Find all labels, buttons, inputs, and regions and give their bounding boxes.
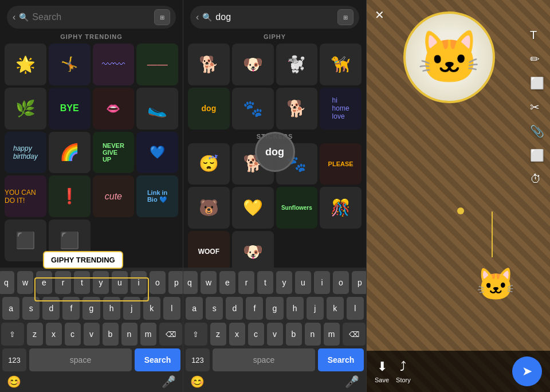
cat-sticker-large[interactable]: 🐱 xyxy=(403,11,495,103)
sticker-cell-dog6[interactable]: 🐾 xyxy=(232,88,274,130)
key-delete[interactable]: ⌫ xyxy=(159,323,182,346)
mid-giphy-button[interactable]: ⊞ xyxy=(337,9,353,25)
sticker-cell[interactable]: Link inBio 💙 xyxy=(136,175,178,217)
scissors-icon[interactable]: ✂ xyxy=(530,100,544,114)
key-x[interactable]: x xyxy=(46,323,62,346)
key-a[interactable]: a xyxy=(2,297,19,320)
key-w[interactable]: w xyxy=(17,271,33,294)
key-n[interactable]: n xyxy=(121,323,138,346)
left-giphy-button[interactable]: ⊞ xyxy=(154,9,170,25)
key-shift[interactable]: ⇧ xyxy=(1,323,24,346)
key-c[interactable]: c xyxy=(65,323,81,346)
key-f[interactable]: f xyxy=(246,297,263,320)
key-t[interactable]: t xyxy=(257,271,273,294)
sticker-cell[interactable]: 🤸 xyxy=(49,44,91,85)
key-q[interactable]: q xyxy=(0,271,14,294)
sticker-cell-dog5[interactable]: dog xyxy=(188,88,230,130)
key-z[interactable]: z xyxy=(27,323,43,346)
mid-back-arrow[interactable]: ‹ xyxy=(196,12,199,22)
sticker-tool-icon[interactable]: ⬜ xyxy=(530,76,544,90)
key-q[interactable]: q xyxy=(183,271,198,294)
mid-search-bar[interactable]: ‹ 🔍 ⊞ xyxy=(190,6,359,29)
key-c[interactable]: c xyxy=(248,323,264,346)
link-icon[interactable]: 📎 xyxy=(530,124,544,138)
sticker-cell-dog8[interactable]: hihomelove xyxy=(320,88,362,130)
left-search-input[interactable] xyxy=(32,12,151,22)
sticker-cell[interactable]: YOU CAN DO IT! xyxy=(5,175,46,217)
sticker-cell-s7[interactable]: Sunflowers xyxy=(276,187,318,229)
key-v[interactable]: v xyxy=(267,323,283,346)
sticker-cell[interactable]: cute xyxy=(93,175,135,217)
key-shift[interactable]: ⇧ xyxy=(184,323,207,346)
key-search-button[interactable]: Search xyxy=(318,348,364,371)
sticker-cell[interactable]: 🌿 xyxy=(5,88,46,130)
sticker-cell[interactable]: 💙 xyxy=(136,132,178,174)
sticker-cell-dog1[interactable]: 🐕 xyxy=(188,44,230,85)
key-w[interactable]: w xyxy=(201,271,217,294)
cat-sticker-small[interactable]: 🐱 xyxy=(476,266,516,303)
send-button[interactable]: ➤ xyxy=(512,356,542,386)
key-z[interactable]: z xyxy=(210,323,226,346)
crop-icon[interactable]: ⬜ xyxy=(530,148,544,162)
draw-tool-icon[interactable]: ✏ xyxy=(530,52,544,66)
sticker-cell-dog4[interactable]: 🦮 xyxy=(320,44,362,85)
sticker-cell-dog3[interactable]: 🐩 xyxy=(276,44,318,85)
key-d[interactable]: d xyxy=(226,297,243,320)
emoji-icon[interactable]: 😊 xyxy=(7,375,21,389)
key-p[interactable]: p xyxy=(168,271,183,294)
key-b[interactable]: b xyxy=(286,323,302,346)
key-p[interactable]: p xyxy=(352,271,367,294)
sticker-cell-s10[interactable]: 🐶 xyxy=(232,231,274,273)
key-m[interactable]: m xyxy=(324,323,340,346)
sticker-cell[interactable]: ⬛ xyxy=(5,219,46,261)
sticker-cell[interactable]: 〰〰 xyxy=(93,44,135,85)
mid-search-input[interactable] xyxy=(215,12,334,22)
key-s[interactable]: s xyxy=(206,297,223,320)
sticker-cell[interactable]: —— xyxy=(136,44,178,85)
text-tool-icon[interactable]: T xyxy=(530,29,544,42)
key-h[interactable]: h xyxy=(286,297,304,320)
mic-icon[interactable]: 🎤 xyxy=(162,375,176,389)
key-l[interactable]: l xyxy=(347,297,364,320)
key-r[interactable]: r xyxy=(238,271,254,294)
sticker-cell-s5[interactable]: 🐻 xyxy=(188,187,230,229)
key-e[interactable]: e xyxy=(219,271,235,294)
key-space[interactable]: space xyxy=(29,348,132,371)
key-o[interactable]: o xyxy=(333,271,349,294)
key-y[interactable]: y xyxy=(276,271,292,294)
left-search-bar[interactable]: ‹ 🔍 ⊞ xyxy=(7,6,176,29)
key-n[interactable]: n xyxy=(305,323,321,346)
sticker-cell[interactable]: happybirthday xyxy=(5,132,46,174)
sticker-cell[interactable]: 🥿 xyxy=(136,88,178,130)
key-search-button[interactable]: Search xyxy=(135,348,180,371)
story-action[interactable]: ⤴ Story xyxy=(396,359,411,383)
sticker-cell-s8[interactable]: 🎊 xyxy=(320,187,362,229)
key-l[interactable]: l xyxy=(163,297,180,320)
sticker-cell-s4[interactable]: PLEASE xyxy=(320,143,362,185)
sticker-cell-s9[interactable]: WOOF xyxy=(188,231,230,273)
key-g[interactable]: g xyxy=(266,297,283,320)
sticker-cell-s1[interactable]: 😴 xyxy=(188,143,230,185)
key-k[interactable]: k xyxy=(327,297,344,320)
key-m[interactable]: m xyxy=(140,323,156,346)
timer-icon[interactable]: ⏱ xyxy=(530,173,544,186)
key-v[interactable]: v xyxy=(84,323,100,346)
sticker-cell-dog2[interactable]: 🐶 xyxy=(232,44,274,85)
key-b[interactable]: b xyxy=(103,323,119,346)
sticker-cell[interactable]: NEVERGIVEUP xyxy=(93,132,135,174)
save-action[interactable]: ⬇ Save xyxy=(375,359,389,383)
sticker-cell-dog7[interactable]: 🐕 xyxy=(276,88,318,130)
sticker-cell[interactable]: 👄 xyxy=(93,88,135,130)
key-j[interactable]: j xyxy=(307,297,324,320)
key-i[interactable]: i xyxy=(314,271,330,294)
key-a[interactable]: a xyxy=(186,297,203,320)
sticker-cell[interactable]: 🌈 xyxy=(49,132,91,174)
mic-icon[interactable]: 🎤 xyxy=(345,375,359,389)
key-num[interactable]: 123 xyxy=(186,348,210,371)
sticker-cell[interactable]: 🌟 xyxy=(5,44,46,85)
sticker-cell-s6[interactable]: 💛 xyxy=(232,187,274,229)
key-num[interactable]: 123 xyxy=(2,348,26,371)
key-o[interactable]: o xyxy=(150,271,166,294)
left-back-arrow[interactable]: ‹ xyxy=(13,12,15,22)
key-delete[interactable]: ⌫ xyxy=(343,323,366,346)
